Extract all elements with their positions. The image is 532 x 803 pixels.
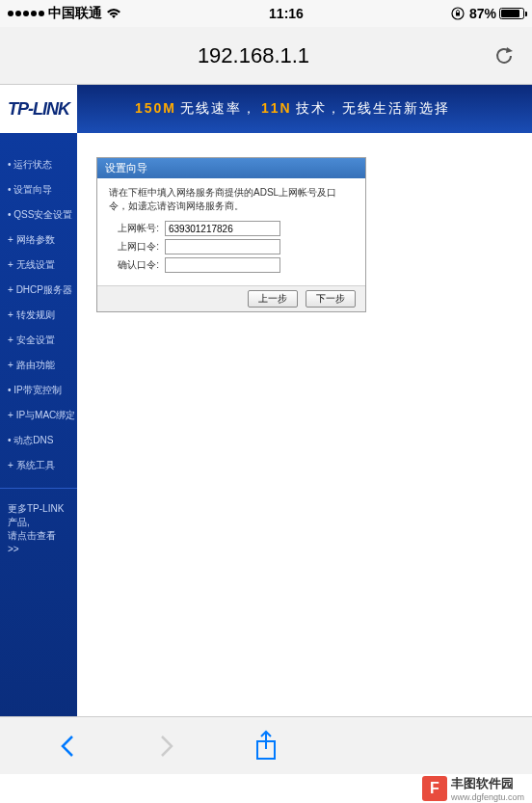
router-page: TP-LINK 150M 无线速率， 11N 技术，无线生活新选择 • 运行状态…	[0, 85, 532, 736]
watermark-url: www.dgfengtu.com	[451, 792, 524, 802]
sidebar-item-dhcp[interactable]: + DHCP服务器	[0, 278, 77, 303]
status-right: 87%	[451, 6, 524, 21]
sidebar-item-network[interactable]: + 网络参数	[0, 228, 77, 253]
router-sidebar: • 运行状态 • 设置向导 • QSS安全设置 + 网络参数 + 无线设置 + …	[0, 133, 77, 736]
sidebar-item-routing[interactable]: + 路由功能	[0, 353, 77, 378]
sidebar-item-forward[interactable]: + 转发规则	[0, 303, 77, 328]
browser-address-bar[interactable]: 192.168.1.1	[0, 27, 532, 85]
setup-wizard-panel: 设置向导 请在下框中填入网络服务商提供的ADSL上网帐号及口令，如遗忘请咨询网络…	[96, 157, 366, 312]
confirm-label: 确认口令:	[109, 258, 165, 272]
url-text[interactable]: 192.168.1.1	[15, 43, 492, 68]
sidebar-item-bandwidth[interactable]: • IP带宽控制	[0, 378, 77, 403]
prev-button[interactable]: 上一步	[248, 290, 298, 308]
status-time: 11:16	[269, 6, 304, 21]
sidebar-more-products[interactable]: 更多TP-LINK产品, 请点击查看 >>	[0, 498, 77, 560]
share-icon[interactable]	[253, 730, 279, 763]
banner-slogan: 150M 无线速率， 11N 技术，无线生活新选择	[135, 100, 450, 118]
sidebar-item-ddns[interactable]: • 动态DNS	[0, 428, 77, 453]
next-button[interactable]: 下一步	[306, 290, 356, 308]
rotation-lock-icon	[451, 7, 465, 20]
carrier-label: 中国联通	[48, 5, 102, 22]
battery-icon	[499, 8, 524, 19]
account-label: 上网帐号:	[109, 222, 165, 235]
battery-percent: 87%	[469, 6, 496, 21]
status-left: 中国联通	[8, 5, 121, 22]
sidebar-item-ipmac[interactable]: + IP与MAC绑定	[0, 403, 77, 428]
watermark: F 丰图软件园 www.dgfengtu.com	[422, 774, 532, 803]
router-main-content: 设置向导 请在下框中填入网络服务商提供的ADSL上网帐号及口令，如遗忘请咨询网络…	[77, 133, 532, 736]
svg-rect-1	[456, 13, 460, 16]
sidebar-item-security[interactable]: + 安全设置	[0, 328, 77, 353]
reload-icon[interactable]	[492, 43, 517, 68]
safari-toolbar	[0, 716, 532, 774]
password-label: 上网口令:	[109, 240, 165, 254]
wizard-title: 设置向导	[97, 158, 365, 178]
sidebar-item-wizard[interactable]: • 设置向导	[0, 177, 77, 202]
confirm-input[interactable]	[165, 257, 280, 273]
router-banner: TP-LINK 150M 无线速率， 11N 技术，无线生活新选择	[0, 85, 532, 133]
watermark-logo: F	[422, 776, 447, 801]
back-icon[interactable]	[59, 733, 78, 760]
watermark-title: 丰图软件园	[451, 775, 524, 792]
ios-status-bar: 中国联通 11:16 87%	[0, 0, 532, 27]
signal-icon	[8, 11, 44, 16]
sidebar-item-wireless[interactable]: + 无线设置	[0, 253, 77, 278]
account-input[interactable]	[165, 221, 280, 236]
wifi-icon	[106, 8, 121, 19]
tplink-logo: TP-LINK	[0, 85, 77, 133]
sidebar-item-status[interactable]: • 运行状态	[0, 152, 77, 177]
sidebar-item-system[interactable]: + 系统工具	[0, 453, 77, 478]
forward-icon	[156, 733, 175, 760]
wizard-hint: 请在下框中填入网络服务商提供的ADSL上网帐号及口令，如遗忘请咨询网络服务商。	[109, 186, 354, 213]
password-input[interactable]	[165, 239, 280, 254]
sidebar-item-qss[interactable]: • QSS安全设置	[0, 202, 77, 228]
